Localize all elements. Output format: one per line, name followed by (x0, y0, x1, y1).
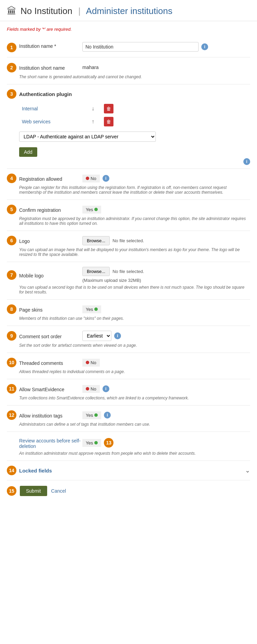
confirm-reg-block: 5 Confirm registration Yes Registration … (7, 200, 250, 231)
threaded-comments-toggle[interactable]: No (82, 359, 100, 367)
registration-desc: People can register for this institution… (7, 185, 250, 195)
page-skins-label: Page skins (19, 307, 42, 313)
review-accounts-toggle[interactable]: Yes (82, 439, 101, 447)
logo-label: Logo (19, 238, 30, 244)
threaded-comments-block: 10 Threaded comments No Allows threaded … (7, 353, 250, 379)
registration-label: Registration allowed (19, 176, 62, 182)
table-row: Internal ↓ 🗑 (19, 102, 250, 115)
step-8-badge: 8 (7, 304, 16, 314)
registration-value: No (91, 176, 96, 181)
step-1-badge: 1 (7, 43, 16, 52)
webservices-up-arrow[interactable]: ↑ (90, 118, 96, 125)
auth-plugin-section: 3 Authentication plugin Internal ↓ 🗑 Web… (7, 84, 250, 169)
locked-fields-chevron-icon: ⌄ (245, 467, 250, 474)
mobile-logo-label: Mobile logo (19, 273, 44, 278)
page-skins-dot (94, 307, 98, 311)
auth-plugin-label: Authentication plugin (19, 91, 72, 97)
logo-browse-btn[interactable]: Browse... (82, 236, 110, 245)
locked-fields-label: Locked fields (19, 468, 52, 474)
institution-name-row: 1 Institution name * i (7, 37, 250, 57)
smart-evidence-toggle[interactable]: No (82, 385, 100, 393)
page-skins-block: 8 Page skins Yes Members of this institu… (7, 300, 250, 326)
auth-info-icon[interactable]: i (243, 158, 250, 165)
institution-name-input[interactable] (82, 42, 199, 52)
page-header: 🏛 No Institution | Administer institutio… (0, 0, 257, 21)
registration-toggle[interactable]: No (82, 175, 100, 182)
review-accounts-dot (94, 441, 98, 444)
ldap-select[interactable]: LDAP - Authenticate against an LDAP serv… (19, 132, 156, 142)
mobile-logo-block: 7 Mobile logo Browse... No file selected… (7, 262, 250, 300)
header-separator: | (78, 6, 81, 16)
smart-evidence-label: Allow SmartEvidence (19, 387, 64, 392)
threaded-comments-dot (86, 361, 89, 364)
step-7-badge: 7 (7, 270, 16, 280)
institution-name-info-icon[interactable]: i (201, 43, 208, 50)
review-accounts-label: Review accounts before self-deletion (19, 438, 81, 449)
comment-sort-select[interactable]: Earliest (82, 331, 111, 341)
add-auth-button[interactable]: Add (19, 147, 37, 157)
institution-icon: 🏛 (7, 5, 16, 17)
form-container: Fields marked by '*' are required. 1 Ins… (0, 21, 257, 507)
smart-evidence-value: No (91, 386, 96, 392)
auth-table: Internal ↓ 🗑 Web services ↑ 🗑 (19, 102, 250, 128)
smart-evidence-block: 11 Allow SmartEvidence No i Turn collect… (7, 379, 250, 406)
short-name-value: mahara (82, 65, 98, 70)
internal-down-arrow[interactable]: ↓ (90, 105, 96, 112)
logo-no-file: No file selected. (112, 238, 144, 243)
comment-sort-info-icon[interactable]: i (114, 332, 121, 339)
registration-dot (86, 177, 89, 180)
auth-webservices-name: Web services (22, 119, 51, 124)
institution-tags-label: Allow institution tags (19, 413, 63, 419)
short-name-label: Institution short name (19, 65, 65, 71)
table-row: Web services ↑ 🗑 (19, 115, 250, 128)
institution-tags-desc: Administrators can define a set of tags … (7, 422, 250, 427)
step-14-badge: 14 (7, 466, 16, 475)
step-15-badge: 15 (7, 486, 16, 496)
comment-sort-label: Comment sort order (19, 334, 62, 339)
step-2-badge: 2 (7, 63, 16, 72)
smart-evidence-info-icon[interactable]: i (103, 385, 109, 392)
submit-button[interactable]: Submit (20, 486, 47, 496)
smart-evidence-dot (86, 387, 89, 390)
institution-tags-dot (94, 413, 98, 417)
review-accounts-desc: An institution administrator must approv… (7, 451, 250, 456)
threaded-comments-desc: Allows threaded replies to individual co… (7, 369, 250, 374)
administer-link[interactable]: Administer institutions (86, 6, 173, 16)
required-note: Fields marked by '*' are required. (7, 27, 250, 32)
confirm-reg-toggle[interactable]: Yes (82, 206, 101, 214)
institution-tags-toggle[interactable]: Yes (82, 411, 101, 419)
review-accounts-block: Review accounts before self-deletion Yes… (7, 432, 250, 461)
step-12-badge: 12 (7, 410, 16, 420)
mobile-logo-browse-btn[interactable]: Browse... (82, 267, 110, 276)
confirm-reg-value: Yes (86, 207, 93, 212)
step-13-badge: 13 (104, 438, 113, 448)
institution-name-heading: No Institution | Administer institutions (21, 6, 172, 16)
required-star: * (54, 43, 56, 49)
step-4-badge: 4 (7, 174, 16, 183)
locked-fields-row[interactable]: 14 Locked fields ⌄ (7, 461, 250, 480)
confirm-reg-label: Confirm registration (19, 207, 61, 213)
internal-delete-btn[interactable]: 🗑 (104, 104, 113, 113)
institution-tags-block: 12 Allow institution tags Yes i Administ… (7, 406, 250, 432)
mobile-logo-no-file: No file selected. (112, 269, 144, 274)
short-name-block: 2 Institution short name mahara The shor… (7, 57, 250, 84)
cancel-link[interactable]: Cancel (51, 488, 66, 494)
footer-row: 15 Submit Cancel (7, 480, 250, 502)
page-skins-desc: Members of this institution can use "ski… (7, 316, 250, 321)
webservices-delete-btn[interactable]: 🗑 (104, 117, 113, 126)
comment-sort-block: 9 Comment sort order Earliest i Set the … (7, 326, 250, 353)
auth-internal-name: Internal (22, 106, 38, 111)
smart-evidence-desc: Turn collections into SmartEvidence coll… (7, 396, 250, 400)
step-10-badge: 10 (7, 358, 16, 367)
step-9-badge: 9 (7, 331, 16, 341)
registration-info-icon[interactable]: i (103, 175, 109, 182)
confirm-reg-desc: Registration must be approved by an inst… (7, 216, 250, 226)
institution-name-text: No Institution (21, 6, 72, 16)
logo-block: 6 Logo Browse... No file selected. You c… (7, 231, 250, 262)
institution-tags-info-icon[interactable]: i (104, 412, 111, 419)
step-5-badge: 5 (7, 205, 16, 214)
institution-tags-value: Yes (86, 413, 93, 418)
step-11-badge: 11 (7, 384, 16, 394)
page-skins-toggle[interactable]: Yes (82, 305, 101, 313)
registration-block: 4 Registration allowed No i People can r… (7, 169, 250, 200)
